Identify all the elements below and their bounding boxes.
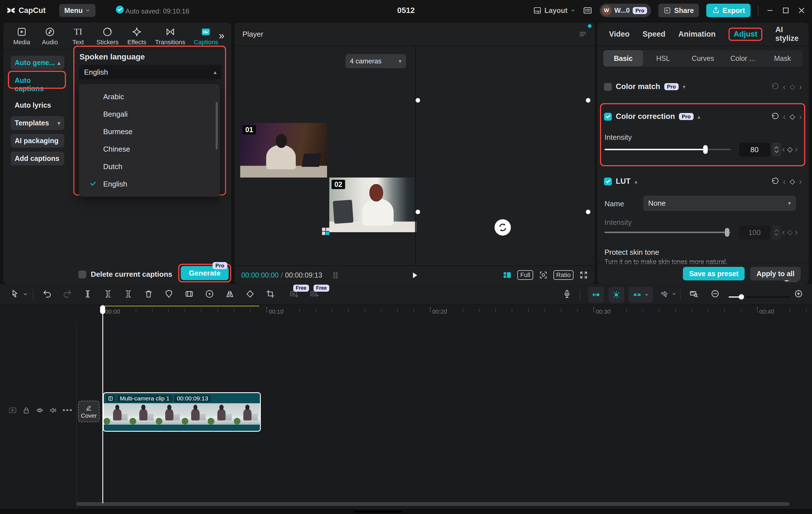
color-correction-checkbox[interactable] [604,113,612,121]
prev-keyframe-icon[interactable]: ‹ [783,83,786,91]
delete-right-button[interactable] [123,289,133,299]
export-button[interactable]: Export [706,4,751,17]
language-option-burmese[interactable]: Burmese [79,123,220,140]
transform-handle[interactable] [586,210,590,214]
split-button[interactable] [83,289,92,299]
language-option-dutch[interactable]: Dutch [79,158,220,175]
subtab-mask[interactable]: Mask [763,50,803,66]
intensity-slider[interactable] [605,149,731,150]
intensity-stepper[interactable] [772,143,781,157]
record-voiceover-button[interactable] [562,289,572,299]
reset-icon[interactable] [771,83,779,91]
timeline[interactable]: 00:00 00:10 00:20 00:30 00:40 ••• Cover … [0,305,812,514]
link-clips-button[interactable] [629,287,653,303]
select-tool-button[interactable] [10,289,20,299]
transform-handle[interactable] [586,98,590,102]
caret-down-icon[interactable]: ▾ [683,83,686,90]
apply-to-all-button[interactable]: Apply to all [750,267,801,280]
tab-ai-stylize[interactable]: AI stylize [775,25,799,43]
sidebar-item-templates[interactable]: Templates▾ [11,116,64,130]
sidebar-item-add-captions[interactable]: Add captions [11,152,64,165]
delete-button[interactable] [144,289,153,299]
subtab-color-grading[interactable]: Color ... [723,50,763,66]
overlay-button[interactable] [184,289,194,299]
spoken-language-select[interactable]: English ▴ [79,65,222,80]
share-button[interactable]: Share [658,4,699,17]
close-button[interactable] [798,6,806,14]
reset-icon[interactable] [771,177,779,186]
tab-text[interactable]: TI Text [68,27,88,46]
keyframe-icon[interactable]: ◇ [787,229,792,236]
speed-button[interactable] [205,289,214,299]
prev-keyframe-icon[interactable]: ‹ [782,145,785,153]
next-keyframe-icon[interactable]: › [795,145,798,153]
sidebar-item-auto-captions[interactable]: Auto captions [11,73,64,95]
tab-animation[interactable]: Animation [678,30,716,39]
tab-effects[interactable]: Effects [127,27,147,46]
language-option-english[interactable]: English [79,175,220,193]
tab-audio[interactable]: Audio [40,27,60,46]
caret-up-icon[interactable]: ▴ [698,113,700,120]
mirror-button[interactable] [225,289,235,299]
cover-button[interactable]: Cover [78,401,99,422]
sidebar-item-ai-packaging[interactable]: AI packaging [11,134,64,148]
delete-captions-checkbox[interactable] [78,271,86,278]
language-option-arabic[interactable]: Arabic [79,88,220,105]
zoom-out-button[interactable] [710,289,720,299]
mask-button[interactable] [164,289,174,299]
play-button[interactable] [410,271,419,279]
next-keyframe-icon[interactable]: › [795,228,798,236]
ratio-button[interactable]: Ratio [553,270,574,280]
fullscreen-icon[interactable] [579,271,588,279]
slider-thumb[interactable] [703,145,708,154]
next-keyframe-icon[interactable]: › [799,113,802,121]
subtab-basic[interactable]: Basic [603,50,643,66]
redo-button[interactable] [63,289,72,299]
more-tabs-button[interactable]: » [219,30,225,42]
full-view-button[interactable]: Full [517,270,533,280]
adapt-timeline-button[interactable] [689,289,699,299]
next-keyframe-icon[interactable]: › [799,83,802,91]
keyframe-icon[interactable]: ◇ [790,83,795,90]
multicam-layout-icon[interactable] [503,271,512,279]
prev-keyframe-icon[interactable]: ‹ [783,113,786,121]
timeline-clip[interactable]: Multi-camera clip 1 00:00:09:13 [103,392,261,432]
lut-intensity-value[interactable]: 100 [739,225,770,240]
crop-button[interactable] [266,289,275,299]
tab-speed[interactable]: Speed [642,30,665,39]
tab-adjust[interactable]: Adjust [734,30,757,38]
transform-handle[interactable] [415,210,420,214]
select-tool-chevron[interactable] [23,292,28,297]
delete-left-button[interactable] [103,289,113,299]
multicam-view-02[interactable]: 02 [329,178,416,232]
clip-list-icon[interactable] [332,271,340,279]
layout-button[interactable]: Layout [533,6,576,14]
undo-button[interactable] [42,289,52,299]
rotate-clip-button[interactable] [245,289,255,299]
sidebar-item-auto-lyrics[interactable]: Auto lyrics [11,98,64,112]
subtab-hsl[interactable]: HSL [643,50,683,66]
auto-snap-button[interactable] [608,287,624,303]
tab-video[interactable]: Video [609,30,630,39]
sidebar-item-auto-generated[interactable]: Auto gene...▴ [11,56,64,70]
tab-stickers[interactable]: Stickers [96,27,118,46]
release-notes-icon[interactable] [583,6,592,15]
playhead-handle[interactable] [100,305,105,314]
focus-zoom-icon[interactable] [539,271,548,279]
hide-track-icon[interactable] [35,406,44,415]
camera-count-select[interactable]: 4 cameras ▾ [345,54,406,68]
tab-media[interactable]: Media [12,27,32,46]
language-option-chinese[interactable]: Chinese [79,140,220,158]
color-match-checkbox[interactable] [604,83,612,91]
menu-button[interactable]: Menu [59,4,95,17]
dropdown-scrollbar[interactable] [216,102,218,149]
zoom-in-button[interactable] [794,289,804,299]
lut-intensity-stepper[interactable] [772,225,781,240]
rotate-button[interactable] [495,219,511,236]
lut-intensity-slider[interactable] [605,232,731,233]
subtab-curves[interactable]: Curves [683,50,723,66]
player-menu-icon[interactable] [579,30,587,38]
multicam-view-01[interactable]: 01 [240,123,327,178]
minimize-button[interactable] [766,6,774,14]
intensity-value[interactable]: 80 [739,143,770,157]
